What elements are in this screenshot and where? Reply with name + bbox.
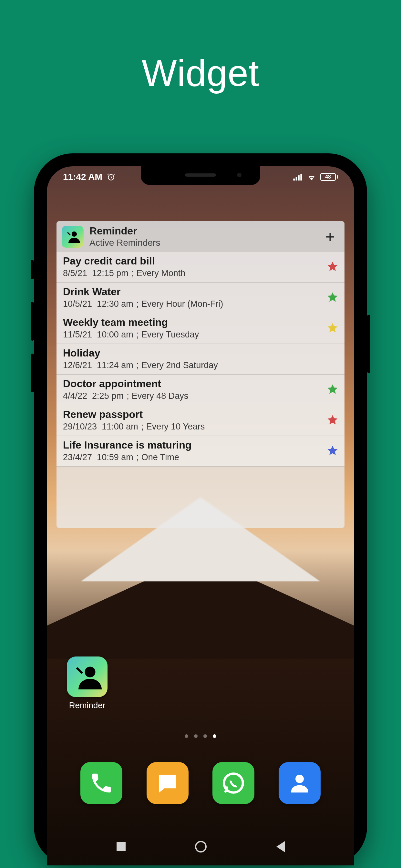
reminder-title: Drink Water [63,286,327,298]
widget-title: Reminder [89,225,323,237]
reminder-row[interactable]: Life Insurance is maturing23/4/27 10:59 … [57,436,344,467]
speaker-grill [185,174,216,177]
star-icon[interactable] [327,322,338,334]
reminder-row[interactable]: Drink Water10/5/21 12:30 am ;Every Hour … [57,283,344,313]
battery-level: 48 [325,174,331,180]
alarm-icon [107,173,115,181]
reminder-meta: 12/6/21 11:24 am ;Every 2nd Saturday [63,361,338,370]
widget-subtitle: Active Reminders [89,238,323,248]
widget-empty-space [57,467,344,528]
battery-indicator: 48 [320,173,338,181]
volume-down-btn [31,353,34,392]
page-dot[interactable] [185,734,188,738]
reminder-meta: 8/5/21 12:15 pm ;Every Month [63,268,327,278]
reminder-title: Weekly team meeting [63,316,327,329]
wifi-icon [307,172,316,182]
star-icon[interactable] [327,445,338,456]
reminder-row[interactable]: Renew passport29/10/23 11:00 am ;Every 1… [57,405,344,436]
svg-point-5 [72,231,77,237]
reminder-meta: 4/4/22 2:25 pm ;Every 48 Days [63,391,327,401]
phone-screen: 11:42 AM [47,166,354,865]
svg-point-6 [85,667,96,678]
page-dot[interactable] [194,734,197,738]
reminder-title: Pay credit card bill [63,255,327,267]
reminder-app-icon [67,656,107,697]
reminder-row[interactable]: Holiday12/6/21 11:24 am ;Every 2nd Satur… [57,344,344,375]
phone-frame: 11:42 AM [34,153,367,865]
page-title: Widget [0,52,401,94]
volume-up-btn [31,302,34,341]
star-icon[interactable] [327,414,338,426]
reminder-meta: 11/5/21 10:00 am ;Every Tuesday [63,330,327,340]
svg-rect-2 [296,177,297,181]
reminder-row[interactable]: Doctor appointment4/4/22 2:25 pm ;Every … [57,375,344,405]
svg-rect-3 [298,175,300,181]
power-btn [367,315,370,373]
status-time: 11:42 AM [63,172,102,182]
page-dot[interactable] [204,734,207,738]
notch [141,166,260,185]
dock-phone-app[interactable] [81,762,122,804]
dock-messages-app[interactable] [147,762,189,804]
svg-rect-4 [300,174,302,181]
widget-list[interactable]: Pay credit card bill8/5/21 12:15 pm ;Eve… [57,252,344,467]
reminder-meta: 29/10/23 11:00 am ;Every 10 Years [63,422,327,432]
star-icon[interactable] [327,261,338,272]
reminder-row[interactable]: Weekly team meeting11/5/21 10:00 am ;Eve… [57,313,344,344]
mute-switch [31,260,34,279]
reminder-meta: 10/5/21 12:30 am ;Every Hour (Mon-Fri) [63,299,327,309]
home-app-reminder[interactable]: Reminder [65,656,110,710]
nav-recent-button[interactable] [117,842,126,851]
reminder-row[interactable]: Pay credit card bill8/5/21 12:15 pm ;Eve… [57,252,344,283]
reminder-title: Renew passport [63,408,327,421]
reminder-title: Doctor appointment [63,378,327,390]
svg-point-8 [296,775,304,783]
nav-back-button[interactable] [276,841,285,852]
dock [47,762,354,804]
navigation-bar [47,841,354,852]
reminder-title: Holiday [63,347,338,359]
signal-icon [293,174,303,181]
front-camera [237,173,242,177]
svg-rect-1 [293,179,295,181]
reminder-widget[interactable]: Reminder Active Reminders + Pay credit c… [57,221,344,528]
reminder-app-icon [62,226,84,248]
home-app-label: Reminder [65,701,110,710]
dock-contacts-app[interactable] [279,762,320,804]
reminder-title: Life Insurance is maturing [63,439,327,451]
widget-header: Reminder Active Reminders + [57,221,344,252]
reminder-meta: 23/4/27 10:59 am ;One Time [63,453,327,462]
page-indicator[interactable] [47,734,354,738]
star-icon[interactable] [327,384,338,395]
dock-whatsapp-app[interactable] [212,762,254,804]
star-icon[interactable] [327,292,338,303]
add-reminder-button[interactable]: + [323,227,337,246]
page-dot[interactable] [213,734,216,738]
nav-home-button[interactable] [195,841,207,852]
